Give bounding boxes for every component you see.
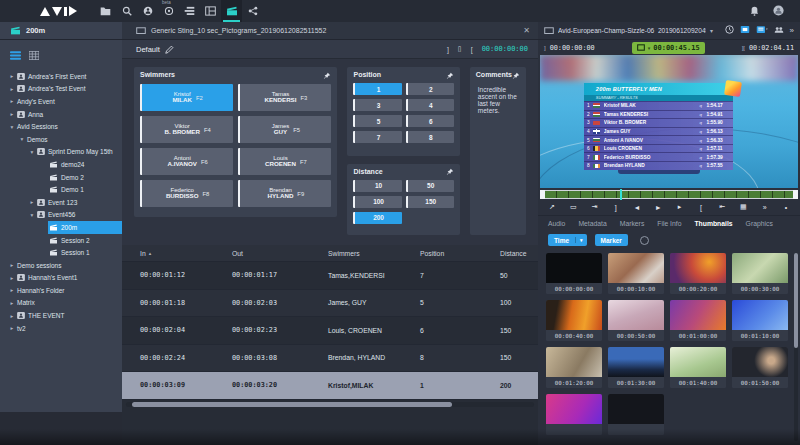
clip-icon[interactable]: ▯ — [458, 45, 462, 53]
timeline-handle-right[interactable] — [793, 190, 798, 199]
tree-item[interactable]: ▾Event456 — [0, 209, 122, 222]
more-chevrons-icon[interactable]: » — [790, 26, 794, 35]
tree-item[interactable]: ▸Matrix — [0, 297, 122, 310]
notifications-bell-icon[interactable] — [750, 2, 759, 20]
distance-button[interactable]: 150 — [406, 196, 454, 208]
thumbnail-crowd[interactable]: 00:00:20:00 — [670, 253, 726, 294]
thumbnail-presenter[interactable]: 00:01:30:00 — [608, 347, 664, 388]
user-avatar[interactable] — [773, 2, 784, 20]
swimmer-button[interactable]: KristofMILAKF2 — [140, 84, 233, 111]
source-monitor-icon[interactable] — [740, 25, 750, 36]
mark-out-icon[interactable]: ] — [447, 46, 449, 53]
tree-item[interactable]: ▸Hannah's Folder — [0, 284, 122, 297]
thumbnail-dark[interactable] — [608, 394, 664, 435]
mark-in-icon[interactable]: [ — [697, 204, 705, 211]
tree-item[interactable]: demo24 — [0, 158, 122, 171]
horizontal-scrollbar[interactable] — [126, 402, 534, 407]
timeline-scrubber[interactable] — [540, 190, 798, 199]
thumbnail-interview[interactable]: 00:01:50:00 — [732, 347, 788, 388]
distance-button[interactable]: 10 — [353, 180, 401, 192]
distance-button[interactable]: 100 — [353, 196, 401, 208]
pin-icon[interactable] — [446, 66, 454, 84]
thumbnail-net[interactable]: 00:00:30:00 — [732, 253, 788, 294]
tree-item[interactable]: ▸Demo sessions — [0, 259, 122, 272]
chevron-down-icon[interactable]: ▾ — [710, 27, 713, 34]
expand-icon[interactable]: ▸ — [8, 262, 16, 268]
swimmer-button[interactable]: FedericoBURDISSOF8 — [140, 180, 233, 207]
tree-item[interactable]: ▸Anna — [0, 108, 122, 121]
tree-item[interactable]: ▾Avid Sessions — [0, 120, 122, 133]
video-viewer[interactable]: 200m BUTTERFLY MEN SUMMARY - RESULTS 1Kr… — [540, 55, 798, 188]
thumbnail-athletes[interactable]: 00:01:20:00 — [546, 347, 602, 388]
shuttle-icon[interactable]: » — [761, 204, 769, 211]
monitor-toggle-icon[interactable]: ▭ — [569, 203, 577, 211]
expand-icon[interactable]: ▸ — [8, 86, 16, 92]
table-row-selected[interactable]: 00:00:03:0900:00:03:20Kristof,MILAK1200 — [122, 372, 538, 400]
mark-out-icon[interactable]: ] — [612, 204, 620, 211]
tree-item-selected[interactable]: 200m — [0, 221, 122, 234]
share-icon[interactable] — [242, 0, 263, 22]
edit-pencil-icon[interactable] — [165, 40, 174, 58]
tree-item[interactable]: ▾Demos — [0, 133, 122, 146]
step-forward-icon[interactable]: ▸ — [676, 203, 684, 211]
collapse-icon[interactable]: ▾ — [8, 124, 16, 130]
step-back-icon[interactable]: ◄ — [633, 204, 641, 211]
mark-in-icon[interactable]: ] — [544, 45, 546, 51]
rundown-icon[interactable] — [179, 0, 200, 22]
position-button[interactable]: 1 — [353, 83, 401, 95]
swimmer-button[interactable]: TamasKENDERSIF3 — [238, 84, 331, 111]
vertical-scrollbar[interactable] — [794, 253, 798, 441]
player-asset-title[interactable]: Avid-European-Champ-Sizzle-06_2019061209… — [558, 27, 706, 34]
thumbnail-avid-logo[interactable] — [546, 394, 602, 435]
column-header-swimmers[interactable]: Swimmers — [310, 250, 402, 257]
tree-item[interactable]: Demo 1 — [0, 183, 122, 196]
tree-item[interactable]: ▸Event 123 — [0, 196, 122, 209]
mark-in-icon[interactable]: [ — [471, 46, 473, 53]
thumbnail-black[interactable]: 00:00:00:00 — [546, 253, 602, 294]
collapse-icon[interactable]: ▾ — [28, 212, 36, 218]
column-header-in[interactable]: In▴ — [122, 250, 214, 257]
sidebar-header-tab[interactable]: 200m — [0, 22, 122, 39]
goto-in-icon[interactable]: ⇥ — [591, 203, 599, 211]
playhead[interactable] — [620, 189, 622, 200]
time-filter-button[interactable]: Time ▾ — [548, 234, 587, 246]
position-button[interactable]: 2 — [406, 83, 454, 95]
thumbnail-customized[interactable]: 00:01:00:00 — [670, 300, 726, 341]
sequence-list-icon[interactable] — [756, 25, 768, 36]
pin-icon[interactable] — [446, 162, 454, 180]
users-icon[interactable] — [774, 26, 784, 36]
position-button[interactable]: 4 — [406, 99, 454, 111]
tree-item[interactable]: Session 1 — [0, 246, 122, 259]
tree-item[interactable]: ▾Sprint Demo May 15th — [0, 146, 122, 159]
tree-item[interactable]: ▸Andrea's First Event — [0, 70, 122, 83]
refresh-icon[interactable] — [640, 236, 649, 245]
tree-item[interactable]: Session 2 — [0, 234, 122, 247]
play-icon[interactable]: ► — [654, 204, 662, 211]
table-row[interactable]: 00:00:01:1800:00:02:03James, GUY5100 — [122, 290, 538, 318]
tree-item[interactable]: ▸Andrea's Test Event — [0, 83, 122, 96]
column-header-position[interactable]: Position — [402, 250, 482, 257]
marker-filter-button[interactable]: Marker — [595, 234, 628, 246]
tree-item[interactable]: ▸THE EVENT — [0, 309, 122, 322]
tab-markers[interactable]: Markers — [620, 220, 645, 227]
tab-thumbnails[interactable]: Thumbnails — [694, 220, 732, 227]
current-position-badge[interactable]: ▾ 00:00:45.15 — [632, 42, 705, 54]
comments-text[interactable]: Incredible ascent on the last few meters… — [470, 82, 526, 118]
chevron-down-icon[interactable]: ▾ — [575, 237, 587, 243]
expand-icon[interactable]: ▸ — [8, 275, 16, 281]
tree-item[interactable]: ▸Andy's Event — [0, 95, 122, 108]
tab-graphics[interactable]: Graphics — [746, 220, 773, 227]
distance-button[interactable]: 50 — [406, 180, 454, 192]
table-row[interactable]: 00:00:02:0400:00:02:23Louis, CROENEN6150 — [122, 317, 538, 345]
position-button[interactable]: 7 — [353, 131, 401, 143]
swimmer-button[interactable]: AntoniA.IVANOVF6 — [140, 148, 233, 175]
keyboard-icon[interactable]: ▦ — [739, 203, 747, 211]
tree-item[interactable]: ▸Hannah's Event1 — [0, 272, 122, 285]
column-header-distance[interactable]: Distance — [482, 250, 538, 257]
thumbnail-graphics[interactable]: 00:00:40:00 — [546, 300, 602, 341]
tree-item[interactable]: ▸tv2 — [0, 322, 122, 335]
expand-icon[interactable]: ▸ — [8, 325, 16, 331]
swimmer-button[interactable]: ViktorB. BROMERF4 — [140, 116, 233, 143]
position-button[interactable]: 8 — [406, 131, 454, 143]
position-button[interactable]: 6 — [406, 115, 454, 127]
